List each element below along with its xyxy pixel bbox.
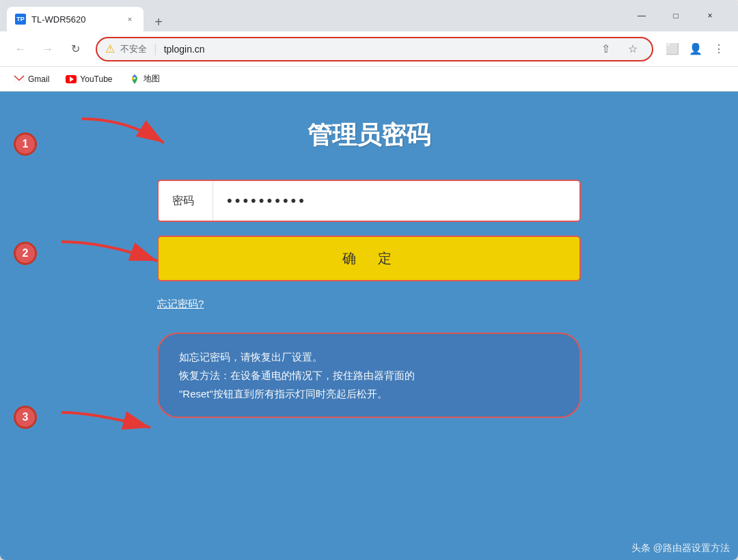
- confirm-button-wrapper: 确 定: [157, 236, 581, 281]
- forward-button[interactable]: →: [36, 37, 60, 61]
- bookmark-youtube[interactable]: YouTube: [60, 72, 118, 87]
- gmail-label: Gmail: [28, 74, 49, 84]
- maps-icon: [129, 74, 140, 85]
- tooltip-text: 如忘记密码，请恢复出厂设置。 恢复方法：在设备通电的情况下，按住路由器背面的 "…: [179, 348, 559, 403]
- url-separator: |: [154, 42, 157, 56]
- login-form: 密码 确 定 忘记密码? 如忘记密码，请恢复出厂设置。 恢复方法：在设备通电的情…: [157, 180, 581, 418]
- password-input[interactable]: [213, 181, 579, 221]
- youtube-play-icon: [70, 76, 74, 82]
- new-tab-button[interactable]: +: [149, 12, 168, 31]
- bookmarks-bar: Gmail YouTube 地图: [0, 67, 738, 92]
- profile-button[interactable]: 👤: [685, 38, 707, 60]
- page-content: 1 2 3 管理员密码 密码 确 定 忘记密码?: [0, 92, 738, 560]
- reload-button[interactable]: ↻: [63, 37, 87, 61]
- confirm-button[interactable]: 确 定: [159, 237, 579, 280]
- forgot-password-link[interactable]: 忘记密码?: [157, 298, 581, 311]
- password-field-wrapper: 密码: [157, 180, 581, 222]
- share-button[interactable]: ⇧: [594, 38, 616, 60]
- split-view-button[interactable]: ⬜: [661, 38, 683, 60]
- warning-icon: ⚠: [105, 42, 115, 55]
- window-controls: — □ ×: [626, 5, 731, 27]
- bookmark-button[interactable]: ☆: [622, 38, 644, 60]
- menu-button[interactable]: ⋮: [708, 38, 730, 60]
- tab-close-button[interactable]: ×: [124, 14, 135, 25]
- minimize-button[interactable]: —: [626, 5, 657, 27]
- step-2-badge: 2: [14, 242, 37, 265]
- active-tab[interactable]: TP TL-WDR5620 ×: [7, 7, 144, 31]
- maps-label: 地图: [144, 73, 160, 85]
- nav-right-icons: ⬜ 👤 ⋮: [661, 38, 730, 60]
- title-bar: TP TL-WDR5620 × + — □ ×: [0, 0, 738, 31]
- close-button[interactable]: ×: [694, 5, 726, 27]
- step-3-badge: 3: [14, 406, 37, 429]
- tooltip-box: 如忘记密码，请恢复出厂设置。 恢复方法：在设备通电的情况下，按住路由器背面的 "…: [157, 333, 581, 418]
- password-label: 密码: [159, 181, 213, 221]
- tab-area: TP TL-WDR5620 × +: [7, 0, 626, 31]
- tp-favicon-icon: TP: [15, 14, 26, 25]
- bookmark-maps[interactable]: 地图: [124, 70, 165, 87]
- url-text: tplogin.cn: [164, 44, 589, 55]
- youtube-label: YouTube: [80, 74, 112, 84]
- maximize-button[interactable]: □: [660, 5, 692, 27]
- svg-point-1: [133, 77, 135, 79]
- tab-favicon: TP: [15, 14, 26, 25]
- youtube-icon: [66, 75, 77, 83]
- watermark: 头条 @路由器设置方法: [631, 542, 730, 555]
- gmail-icon: [14, 74, 25, 85]
- step-1-badge: 1: [14, 132, 37, 156]
- nav-bar: ← → ↻ ⚠ 不安全 | tplogin.cn ⇧ ☆ ⬜ 👤 ⋮: [0, 31, 738, 67]
- page-title: 管理员密码: [308, 119, 430, 152]
- browser-window: TP TL-WDR5620 × + — □ × ← → ↻ ⚠ 不安全 | tp…: [0, 0, 738, 560]
- back-button[interactable]: ←: [8, 37, 33, 61]
- tab-title: TL-WDR5620: [31, 14, 119, 25]
- security-label: 不安全: [120, 43, 147, 55]
- bookmark-gmail[interactable]: Gmail: [8, 71, 55, 87]
- address-bar[interactable]: ⚠ 不安全 | tplogin.cn ⇧ ☆: [96, 37, 653, 61]
